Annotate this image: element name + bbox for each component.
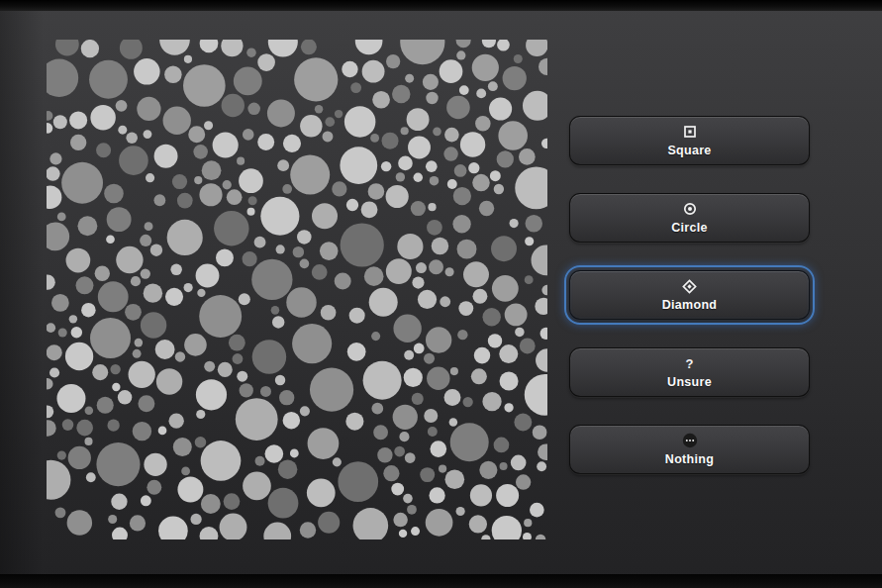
dot-field (47, 40, 547, 539)
answer-button-square[interactable]: Square (569, 116, 810, 165)
answer-button-label: Diamond (662, 298, 718, 312)
answer-button-label: Circle (671, 221, 708, 235)
question-icon: ? (686, 355, 694, 371)
answer-button-circle[interactable]: Circle (569, 193, 810, 243)
diamond-icon (682, 278, 697, 294)
square-icon (683, 124, 697, 140)
answer-button-diamond[interactable]: Diamond (569, 270, 810, 320)
ellipsis-icon (682, 433, 698, 448)
answer-button-nothing[interactable]: Nothing (569, 425, 810, 474)
circle-icon (683, 201, 697, 217)
answer-button-unsure[interactable]: ? Unsure (569, 347, 810, 397)
screen: Square Circle Diamond ? (0, 0, 882, 588)
answer-button-label: Square (667, 144, 711, 157)
answer-panel: Square Circle Diamond ? (569, 116, 810, 474)
bottom-letterbox-bar (0, 574, 882, 588)
answer-button-label: Unsure (667, 375, 712, 389)
answer-button-label: Nothing (665, 452, 714, 466)
top-letterbox-bar (0, 0, 882, 11)
